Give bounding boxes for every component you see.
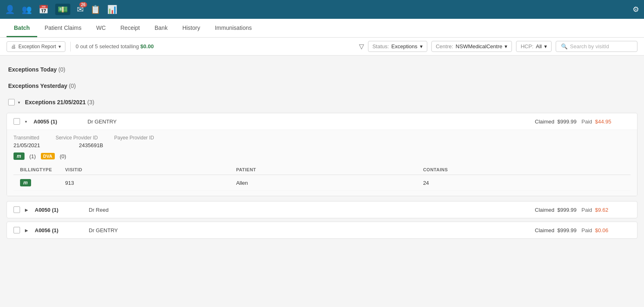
filter-icon[interactable]: ▽ (359, 43, 364, 50)
cell-patient: Allen (229, 175, 416, 191)
col-contains: CONTAINS (417, 165, 631, 175)
tab-bar: Batch Patient Claims WC Receipt Bank His… (0, 19, 644, 38)
hcp-dropdown[interactable]: HCP: All ▾ (516, 41, 552, 52)
exceptions-group-date: ▾ Exceptions 21/05/2021 (3) (7, 95, 637, 110)
section-today: Exceptions Today (0) (7, 62, 637, 77)
service-provider-id: 2435691B (79, 142, 140, 148)
calendar-icon[interactable]: 📅 (38, 4, 49, 14)
batch-a0055-claimed: Claimed $999.99 (535, 119, 577, 125)
medicare-count: (1) (29, 153, 36, 159)
status-chevron-icon: ▾ (420, 43, 423, 49)
exceptions-group-count: (3) (88, 99, 94, 105)
search-placeholder: Search by visitId (570, 43, 609, 49)
exception-report-label: Exception Report (18, 44, 56, 49)
tab-wc[interactable]: WC (89, 19, 113, 37)
chart-icon[interactable]: 📊 (107, 4, 117, 14)
batch-a0056-checkbox[interactable] (13, 227, 20, 233)
batch-card-a0050: ▶ A0050 (1) Dr Reed Claimed $999.99 Paid… (7, 201, 637, 218)
transmitted-label: Transmitted (13, 135, 39, 141)
toolbar-right: ▽ Status: Exceptions ▾ Centre: NSWMedica… (359, 41, 637, 52)
batch-a0050-checkbox[interactable] (13, 206, 20, 213)
cell-billingtype: m (13, 175, 58, 191)
section-today-count: (0) (58, 66, 65, 73)
status-dropdown[interactable]: Status: Exceptions ▾ (368, 41, 427, 52)
chevron-down-icon: ▾ (58, 44, 61, 49)
payee-provider-label: Payee Provider ID (114, 135, 154, 141)
section-yesterday: Exceptions Yesterday (0) (7, 78, 637, 93)
batch-row-a0055: ▾ A0055 (1) Dr GENTRY Claimed $999.99 Pa… (7, 113, 637, 130)
dva-count: (0) (60, 153, 66, 159)
selection-amount: $0.00 (140, 43, 154, 49)
toolbar: 🖨 Exception Report ▾ 0 out of 5 selected… (0, 38, 644, 56)
group-icon[interactable]: 👥 (22, 4, 32, 14)
batch-a0055-id: A0055 (1) (34, 119, 83, 125)
person-icon[interactable]: 👤 (5, 4, 15, 14)
main-content: Exceptions Today (0) Exceptions Yesterda… (0, 56, 644, 307)
batch-a0056-id: A0056 (1) (35, 227, 84, 233)
tab-immunisations[interactable]: Immunisations (207, 19, 259, 37)
dva-badge[interactable]: DVA (41, 153, 55, 159)
hcp-chevron-icon: ▾ (544, 43, 547, 49)
exceptions-group-chevron-icon[interactable]: ▾ (18, 100, 20, 105)
centre-value: NSWMedicalCentre (456, 43, 502, 49)
batch-a0056-paid: Paid $0.06 (581, 227, 631, 233)
status-label: Status: (372, 43, 389, 49)
search-box[interactable]: 🔍 Search by visitId (556, 41, 637, 52)
col-visitid: VISITID (58, 165, 229, 175)
batch-card-a0055: ▾ A0055 (1) Dr GENTRY Claimed $999.99 Pa… (7, 113, 637, 196)
batch-a0050-paid: Paid $9.62 (581, 207, 631, 213)
documents-icon[interactable]: 📋 (90, 4, 101, 14)
centre-label: Centre: (436, 43, 453, 49)
col-billingtype: BILLINGTYPE (13, 165, 58, 175)
section-yesterday-count: (0) (69, 83, 76, 89)
tab-batch[interactable]: Batch (7, 19, 37, 37)
tab-history[interactable]: History (175, 19, 208, 37)
search-icon: 🔍 (561, 43, 568, 49)
tab-patient-claims[interactable]: Patient Claims (37, 19, 89, 37)
billing-icon[interactable]: 💵 (55, 4, 70, 15)
toolbar-divider (70, 42, 71, 52)
billing-badges: m (1) DVA (0) (13, 152, 631, 160)
batch-a0055-paid: Paid $44.95 (581, 119, 631, 125)
status-value: Exceptions (391, 43, 417, 49)
top-nav-bar: 👤 👥 📅 💵 ✉26 📋 📊 ⚙ (0, 0, 644, 19)
settings-icon[interactable]: ⚙ (633, 5, 639, 14)
centre-dropdown[interactable]: Centre: NSWMedicalCentre ▾ (431, 41, 512, 52)
batch-a0056-chevron-icon[interactable]: ▶ (25, 228, 28, 233)
cell-contains: 24 (417, 175, 631, 191)
detail-labels: Transmitted Service Provider ID Payee Pr… (13, 135, 631, 141)
cell-visitid: 913 (58, 175, 229, 191)
messages-badge: 26 (79, 2, 87, 7)
section-yesterday-label: Exceptions Yesterday (8, 83, 67, 89)
batch-a0055-doctor: Dr GENTRY (88, 119, 149, 125)
batch-a0050-chevron-icon[interactable]: ▶ (25, 208, 28, 212)
medicare-badge[interactable]: m (13, 152, 25, 160)
batch-a0050-claimed: Claimed $999.99 (535, 207, 577, 213)
row-medicare-badge: m (20, 179, 31, 186)
tab-bank[interactable]: Bank (147, 19, 175, 37)
detail-values: 21/05/2021 2435691B (13, 142, 631, 148)
batch-a0050-doctor: Dr Reed (89, 207, 150, 213)
batch-a0055-details: Transmitted Service Provider ID Payee Pr… (7, 130, 637, 196)
exceptions-group-label: Exceptions 21/05/2021 (3) (25, 99, 94, 105)
batch-a0055-chevron-icon[interactable]: ▾ (25, 119, 27, 124)
hcp-label: HCP: (521, 43, 533, 49)
centre-chevron-icon: ▾ (505, 43, 507, 49)
selection-info: 0 out of 5 selected totalling $0.00 (76, 43, 154, 49)
batch-card-a0056: ▶ A0056 (1) Dr GENTRY Claimed $999.99 Pa… (7, 222, 637, 239)
printer-icon: 🖨 (11, 44, 16, 49)
batch-a0056-doctor: Dr GENTRY (89, 227, 150, 233)
batch-a0050-id: A0050 (1) (35, 207, 84, 213)
table-header-row: BILLINGTYPE VISITID PATIENT CONTAINS (13, 165, 631, 175)
section-today-label: Exceptions Today (8, 66, 57, 73)
batch-a0055-checkbox[interactable] (13, 118, 20, 125)
exceptions-group-checkbox[interactable] (8, 99, 15, 105)
batch-a0055-table: BILLINGTYPE VISITID PATIENT CONTAINS m 9… (13, 165, 631, 191)
messages-icon[interactable]: ✉26 (77, 4, 84, 14)
selection-text: 0 out of 5 selected totalling (76, 43, 139, 49)
service-provider-label: Service Provider ID (56, 135, 98, 141)
tab-receipt[interactable]: Receipt (113, 19, 147, 37)
col-patient: PATIENT (229, 165, 416, 175)
batch-a0056-claimed: Claimed $999.99 (535, 227, 577, 233)
exception-report-button[interactable]: 🖨 Exception Report ▾ (7, 41, 65, 52)
